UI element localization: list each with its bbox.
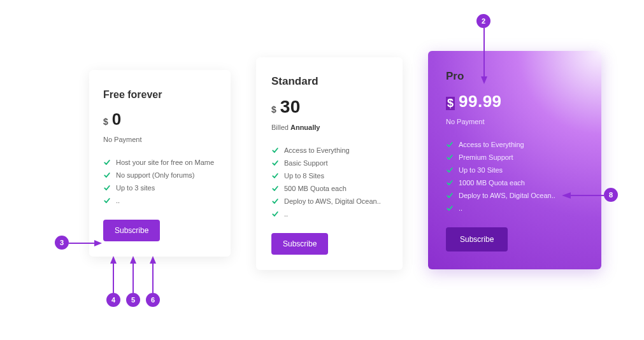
feature-list: Access to Everything Basic Support Up to… xyxy=(271,144,387,220)
list-item: Host your site for free on Mame xyxy=(103,156,217,169)
list-item: Access to Everything xyxy=(271,144,387,157)
feature-text: Up to 8 Sites xyxy=(284,172,324,180)
plan-title: Pro xyxy=(446,70,583,83)
plan-title: Free forever xyxy=(103,89,217,101)
svg-marker-9 xyxy=(150,256,156,264)
list-item: .. xyxy=(271,208,387,220)
currency-symbol: $ xyxy=(103,117,108,127)
price-line: $ 30 xyxy=(271,97,387,117)
currency-symbol: $ xyxy=(446,97,455,110)
feature-text: Access to Everything xyxy=(284,146,350,154)
svg-marker-5 xyxy=(110,256,117,264)
check-icon xyxy=(103,197,111,204)
check-icon xyxy=(446,141,454,148)
price-line: $ 0 xyxy=(103,110,217,129)
feature-list: Host your site for free on Mame No suppo… xyxy=(103,156,217,207)
annotation-badge-5: 5 xyxy=(126,293,140,307)
billing-cycle: Annually xyxy=(290,124,320,131)
check-icon xyxy=(446,166,454,174)
feature-text: 1000 MB Quota each xyxy=(459,179,525,187)
subscribe-button[interactable]: Subscribe xyxy=(446,227,508,251)
list-item: Premium Support xyxy=(446,151,583,164)
feature-text: Basic Support xyxy=(284,159,327,167)
annotation-badge-3: 3 xyxy=(55,236,69,250)
check-icon xyxy=(271,185,279,192)
list-item: .. xyxy=(103,194,217,207)
check-icon xyxy=(446,153,454,161)
svg-marker-1 xyxy=(481,76,487,84)
currency-symbol: $ xyxy=(271,104,276,115)
price-line: $ 99.99 xyxy=(446,92,583,111)
list-item: Deploy to AWS, Digital Ocean.. xyxy=(271,195,387,208)
check-icon xyxy=(446,192,454,199)
check-icon xyxy=(271,210,279,218)
check-icon xyxy=(271,197,279,205)
billing-prefix: Billed xyxy=(271,124,290,131)
annotation-arrow-icon xyxy=(69,237,103,250)
svg-marker-11 xyxy=(562,192,571,199)
annotation-badge-6: 6 xyxy=(146,293,160,307)
svg-marker-7 xyxy=(130,256,136,264)
check-icon xyxy=(271,159,279,167)
list-item: Access to Everything xyxy=(446,138,583,151)
price-value: 99.99 xyxy=(459,92,502,111)
feature-text: Host your site for free on Mame xyxy=(116,159,214,166)
annotation-badge-4: 4 xyxy=(106,293,120,307)
feature-text: Up to 3 sites xyxy=(116,184,155,192)
plan-title: Standard xyxy=(271,75,387,88)
plan-card-pro: Pro $ 99.99 No Payment Access to Everyth… xyxy=(428,51,601,269)
list-item: No support (Only forums) xyxy=(103,169,217,181)
feature-text: .. xyxy=(459,204,462,212)
check-icon xyxy=(103,159,111,166)
annotation-badge-2: 2 xyxy=(476,14,490,28)
check-icon xyxy=(103,184,111,192)
check-icon xyxy=(446,204,454,212)
feature-text: .. xyxy=(284,210,288,218)
subscribe-button[interactable]: Subscribe xyxy=(271,233,328,255)
feature-text: 500 MB Quota each xyxy=(284,185,347,192)
check-icon xyxy=(103,171,111,179)
annotation-arrow-icon xyxy=(561,190,605,201)
check-icon xyxy=(446,179,454,187)
plan-card-standard: Standard $ 30 Billed Annually Access to … xyxy=(256,57,403,270)
price-value: 0 xyxy=(112,110,122,129)
annotation-badge-8: 8 xyxy=(604,188,618,202)
subscribe-button[interactable]: Subscribe xyxy=(103,220,160,241)
annotation-arrow-icon xyxy=(128,255,138,293)
list-item: Up to 8 Sites xyxy=(271,169,387,182)
check-icon xyxy=(271,146,279,154)
list-item: 500 MB Quota each xyxy=(271,182,387,195)
feature-text: Deploy to AWS, Digital Ocean.. xyxy=(459,192,555,199)
list-item: .. xyxy=(446,202,583,215)
annotation-arrow-icon xyxy=(476,28,492,85)
billing-note: No Payment xyxy=(103,136,217,143)
list-item: Up to 30 Sites xyxy=(446,164,583,176)
list-item: Up to 3 sites xyxy=(103,181,217,194)
check-icon xyxy=(271,172,279,180)
feature-text: No support (Only forums) xyxy=(116,171,194,179)
pricing-row: Free forever $ 0 No Payment Host your si… xyxy=(89,70,601,270)
annotation-arrow-icon xyxy=(108,255,118,293)
feature-text: .. xyxy=(116,197,120,204)
billing-note: No Payment xyxy=(446,118,583,125)
feature-text: Premium Support xyxy=(459,153,513,161)
price-value: 30 xyxy=(280,97,301,117)
plan-card-free: Free forever $ 0 No Payment Host your si… xyxy=(89,70,231,257)
list-item: Basic Support xyxy=(271,157,387,169)
feature-text: Access to Everything xyxy=(459,141,524,148)
feature-text: Up to 30 Sites xyxy=(459,166,503,174)
feature-text: Deploy to AWS, Digital Ocean.. xyxy=(284,197,381,205)
list-item: 1000 MB Quota each xyxy=(446,176,583,189)
svg-marker-3 xyxy=(94,240,102,246)
billing-note: Billed Annually xyxy=(271,124,387,131)
annotation-arrow-icon xyxy=(148,255,158,293)
feature-list: Access to Everything Premium Support Up … xyxy=(446,138,583,215)
